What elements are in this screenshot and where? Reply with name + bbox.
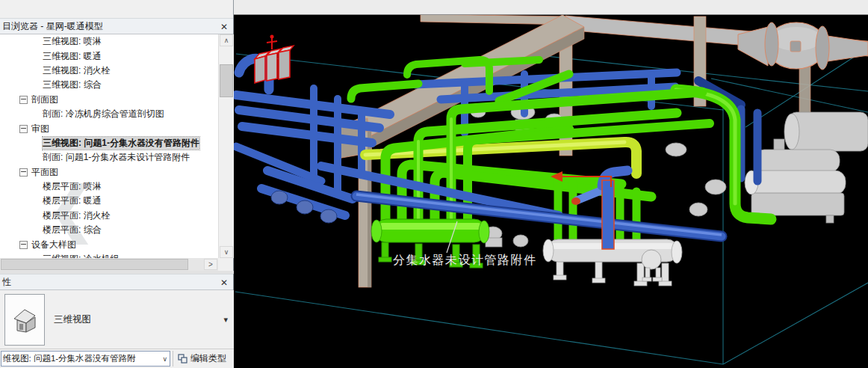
3d-scene xyxy=(234,15,868,368)
scroll-right-button[interactable]: > xyxy=(204,259,217,270)
separator xyxy=(173,351,173,367)
type-label: 三维视图 xyxy=(54,290,91,349)
duct-silencer xyxy=(738,22,868,70)
tree-item[interactable]: 三维视图: 冷水机组 xyxy=(0,252,218,258)
tree-item-label: 楼层平面: 消火栓 xyxy=(43,209,111,222)
tree-item[interactable]: 剖面图 xyxy=(0,93,218,107)
scroll-down-button[interactable]: ∨ xyxy=(220,246,233,258)
tree-horizontal-scrollbar[interactable]: > xyxy=(0,258,218,271)
chevron-down-icon: ∨ xyxy=(224,248,229,256)
collapse-minus-icon[interactable] xyxy=(19,125,28,133)
tree-item-label: 设备大样图 xyxy=(31,239,76,251)
tree-item[interactable]: 楼层平面: 消火栓 xyxy=(0,209,218,223)
red-flag-boxes xyxy=(255,35,294,84)
close-icon: ✕ xyxy=(220,277,228,288)
tree-item-label: 三维视图: 暖通 xyxy=(43,50,102,63)
edit-type-label: 编辑类型 xyxy=(190,352,226,365)
tree-item[interactable]: 三维视图: 暖通 xyxy=(0,49,218,63)
view-selector-row: 维视图: 问题1-分集水器没有管路附 ∨ 编辑类型 xyxy=(0,349,234,368)
viewport-top-strip xyxy=(234,0,868,15)
dropdown-arrow-icon: ▾ xyxy=(223,290,228,349)
edit-type-button[interactable]: 编辑类型 xyxy=(176,351,229,367)
scroll-up-button[interactable]: ∧ xyxy=(220,34,233,46)
project-browser-title: 目浏览器 - 星网-暖通模型 xyxy=(0,20,103,33)
chevron-right-icon: > xyxy=(208,260,213,269)
chiller-units xyxy=(689,112,868,223)
edit-type-icon xyxy=(178,354,187,364)
tree-item-label: 楼层平面: 喷淋 xyxy=(43,180,102,193)
project-browser-titlebar[interactable]: 目浏览器 - 星网-暖通模型 ✕ xyxy=(0,18,233,34)
left-dock-panel: 目浏览器 - 星网-暖通模型 ✕ 三维视图: 喷淋 三维视图: 暖通 三维视图:… xyxy=(0,0,234,368)
tree-item-label: 三维视图: 问题1-分集水器没有管路附件 xyxy=(43,137,199,150)
properties-title: 性 xyxy=(0,276,11,289)
chevron-up-icon: ∧ xyxy=(224,37,229,44)
view-selector-combobox[interactable]: 维视图: 问题1-分集水器没有管路附 ∨ xyxy=(1,351,170,367)
3d-viewport[interactable]: 分集水器未设计管路附件 xyxy=(234,0,868,368)
view-selector-value: 维视图: 问题1-分集水器没有管路附 xyxy=(1,353,160,364)
tree-item[interactable]: 剖面: 冷冻机房综合管道剖切图 xyxy=(0,107,218,121)
properties-titlebar[interactable]: 性 ✕ xyxy=(0,274,233,290)
tree-item[interactable]: 三维视图: 消火栓 xyxy=(0,64,218,78)
chevron-down-icon: ∨ xyxy=(160,355,170,363)
collapse-minus-icon[interactable] xyxy=(19,96,28,104)
tree-item[interactable]: 设备大样图 xyxy=(0,237,218,251)
tree-item[interactable]: 楼层平面: 暖通 xyxy=(0,194,218,208)
tree-item[interactable]: 剖面: 问题1-分集水器未设计管路附件 xyxy=(0,150,218,165)
tree-item[interactable]: 三维视图: 喷淋 xyxy=(0,34,218,49)
tree-item-label: 三维视图: 综合 xyxy=(43,79,102,91)
tree-item-label: 审图 xyxy=(31,123,49,135)
tree-item-label: 平面图 xyxy=(31,166,58,179)
tree-item-label: 楼层平面: 暖通 xyxy=(43,194,102,207)
tree-vertical-scrollbar[interactable]: ∧ ∨ xyxy=(218,34,234,258)
tree-item[interactable]: 审图 xyxy=(0,121,218,135)
tree-item-label: 三维视图: 消火栓 xyxy=(43,64,111,77)
properties-close-button[interactable]: ✕ xyxy=(217,276,231,289)
project-browser-tree: 三维视图: 喷淋 三维视图: 暖通 三维视图: 消火栓 三维视图: 综合 剖面图… xyxy=(0,34,218,258)
tree-item[interactable]: 楼层平面: 喷淋 xyxy=(0,180,218,194)
tree-item-label: 三维视图: 冷水机组 xyxy=(43,253,120,258)
collapse-minus-icon[interactable] xyxy=(19,241,28,249)
type-icon-box[interactable] xyxy=(4,294,45,346)
project-browser-close-button[interactable]: ✕ xyxy=(217,20,231,33)
tree-item-label: 三维视图: 喷淋 xyxy=(43,35,102,48)
tree-item-label: 剖面: 冷冻机房综合管道剖切图 xyxy=(43,108,164,120)
close-icon: ✕ xyxy=(220,22,228,32)
tree-item-label: 楼层平面: 综合 xyxy=(43,224,102,236)
tree-item-label: 剖面图 xyxy=(31,93,58,106)
tree-item-selected[interactable]: 三维视图: 问题1-分集水器没有管路附件 xyxy=(0,136,218,150)
tree-item-label: 剖面: 问题1-分集水器未设计管路附件 xyxy=(43,151,190,164)
horizontal-scroll-thumb[interactable] xyxy=(1,259,188,270)
annotation-text: 分集水器未设计管路附件 xyxy=(393,253,527,269)
tree-item[interactable]: 三维视图: 综合 xyxy=(0,78,218,92)
collapse-minus-icon[interactable] xyxy=(19,168,28,177)
tree-item[interactable]: 平面图 xyxy=(0,165,218,180)
vertical-scroll-thumb[interactable] xyxy=(220,64,233,97)
type-selector[interactable]: 三维视图 ▾ xyxy=(0,290,234,349)
tree-item[interactable]: 楼层平面: 综合 xyxy=(0,223,218,237)
view-3d-house-icon xyxy=(10,305,40,335)
